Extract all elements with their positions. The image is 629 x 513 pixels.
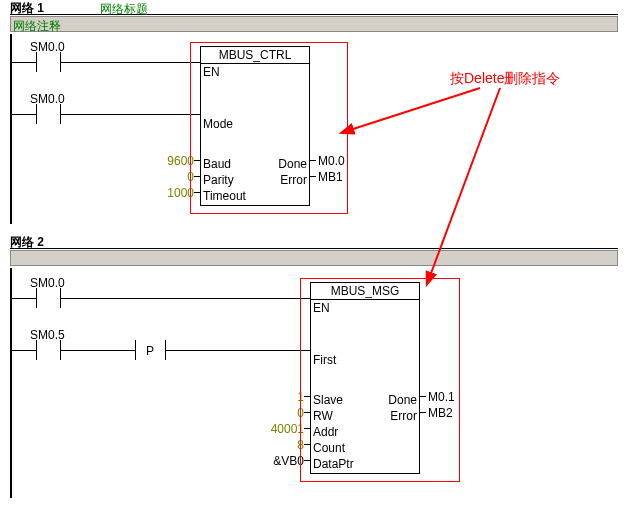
svg-line-1 — [430, 88, 500, 276]
svg-line-0 — [350, 88, 480, 130]
annotation-arrows — [0, 0, 629, 513]
ladder-editor: 网络 1 网络标题 网络注释 SM0.0 SM0.0 MBUS_CTRL EN … — [0, 0, 629, 513]
